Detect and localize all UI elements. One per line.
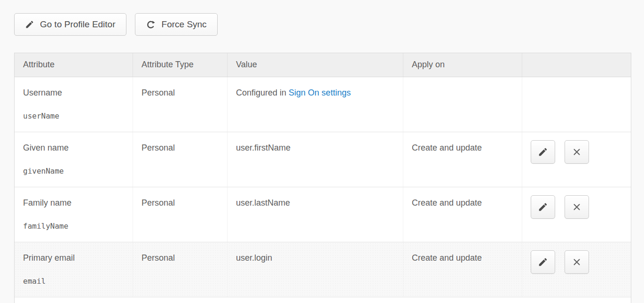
pencil-icon (538, 257, 548, 267)
attribute-label: Given name (23, 142, 124, 153)
apply-on-cell: Create and update (403, 132, 522, 187)
attribute-cell: Given name givenName (15, 132, 133, 187)
go-to-profile-editor-button[interactable]: Go to Profile Editor (14, 13, 126, 36)
table-next-row-partial (15, 297, 631, 303)
go-to-profile-editor-label: Go to Profile Editor (40, 19, 116, 30)
attribute-name-code: givenName (23, 166, 124, 177)
remove-attribute-button[interactable] (565, 250, 589, 274)
attribute-type-cell: Personal (133, 187, 228, 242)
attribute-name-code: email (23, 276, 124, 287)
attribute-cell: Family name familyName (15, 187, 133, 242)
pencil-icon (538, 147, 548, 157)
toolbar: Go to Profile Editor Force Sync (14, 13, 644, 36)
attribute-label: Username (23, 87, 124, 98)
attribute-label: Family name (23, 197, 124, 208)
close-icon (572, 202, 582, 212)
table-row: Given name givenName Personal user.first… (15, 132, 631, 187)
apply-on-cell: Create and update (403, 187, 522, 242)
value-cell: Configured in Sign On settings (228, 77, 403, 132)
apply-on-cell: Create and update (403, 242, 522, 297)
close-icon (572, 257, 582, 267)
attribute-type-cell: Personal (133, 77, 228, 132)
actions-cell (522, 132, 631, 187)
force-sync-button[interactable]: Force Sync (135, 13, 218, 36)
attribute-mapping-table: Attribute Attribute Type Value Apply on … (14, 53, 631, 303)
actions-cell (522, 242, 631, 297)
edit-attribute-button[interactable] (531, 250, 555, 274)
actions-cell (522, 187, 631, 242)
table-row: Primary email email Personal user.login … (15, 242, 631, 297)
remove-attribute-button[interactable] (565, 140, 589, 164)
column-header-attribute: Attribute (15, 53, 133, 77)
column-header-attribute-type: Attribute Type (133, 53, 228, 77)
edit-attribute-button[interactable] (531, 140, 555, 164)
edit-attribute-button[interactable] (531, 195, 555, 219)
remove-attribute-button[interactable] (565, 195, 589, 219)
close-icon (572, 147, 582, 157)
column-header-value: Value (228, 53, 403, 77)
attribute-name-code: userName (23, 111, 124, 122)
value-cell: user.login (228, 242, 403, 297)
table-header-row: Attribute Attribute Type Value Apply on (15, 53, 631, 77)
actions-cell (522, 77, 631, 132)
apply-on-cell (403, 77, 522, 132)
column-header-apply-on: Apply on (403, 53, 522, 77)
column-header-actions (522, 53, 631, 77)
force-sync-label: Force Sync (162, 19, 207, 30)
attribute-type-cell: Personal (133, 242, 228, 297)
attribute-cell: Primary email email (15, 242, 133, 297)
value-cell: user.firstName (228, 132, 403, 187)
attribute-cell: Username userName (15, 77, 133, 132)
table-row: Username userName Personal Configured in… (15, 77, 631, 132)
pencil-icon (25, 20, 34, 29)
value-prefix: Configured in (236, 88, 289, 97)
table-row: Family name familyName Personal user.las… (15, 187, 631, 242)
pencil-icon (538, 202, 548, 212)
attribute-type-cell: Personal (133, 132, 228, 187)
refresh-icon (146, 19, 156, 30)
attribute-name-code: familyName (23, 221, 124, 232)
attribute-label: Primary email (23, 252, 124, 263)
sign-on-settings-link[interactable]: Sign On settings (289, 88, 351, 97)
value-cell: user.lastName (228, 187, 403, 242)
